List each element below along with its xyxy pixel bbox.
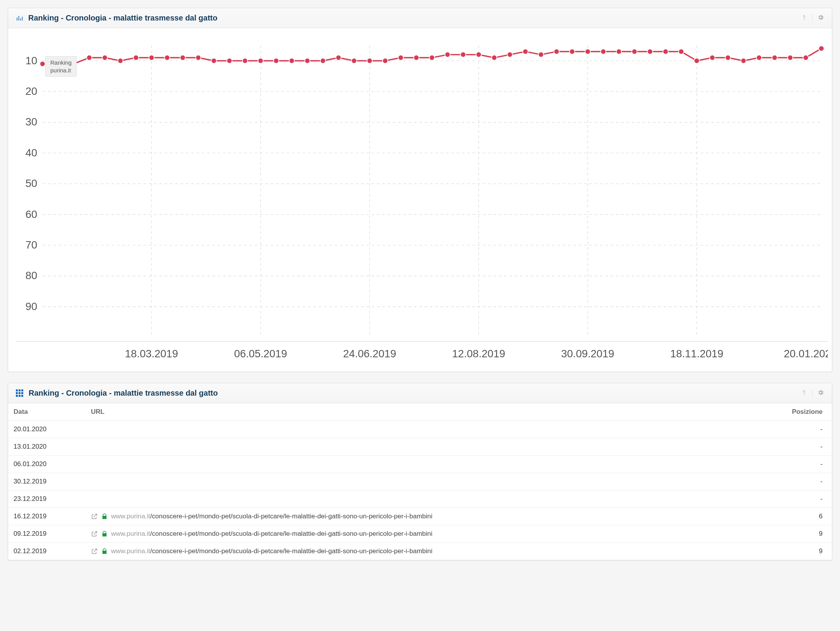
grid-icon: [16, 389, 23, 397]
svg-point-82: [787, 55, 793, 60]
table-row[interactable]: 23.12.2019-: [8, 490, 832, 508]
svg-text:50: 50: [26, 177, 38, 189]
svg-point-76: [694, 58, 700, 63]
gear-icon[interactable]: [817, 14, 824, 22]
divider: [812, 390, 813, 397]
bar-chart-icon: [16, 15, 23, 22]
svg-point-43: [180, 55, 185, 60]
svg-point-81: [772, 55, 777, 60]
cell-date: 23.12.2019: [8, 490, 86, 508]
svg-text:60: 60: [26, 208, 38, 220]
svg-point-38: [102, 55, 108, 60]
cell-position: 6: [747, 508, 832, 525]
external-link-icon[interactable]: [91, 530, 98, 537]
url-link[interactable]: www.purina.it/conoscere-i-pet/mondo-pet/…: [111, 530, 433, 538]
svg-point-46: [227, 58, 232, 63]
gear-icon[interactable]: [817, 389, 824, 397]
table-row[interactable]: 20.01.2020-: [8, 421, 832, 438]
svg-point-45: [211, 58, 217, 63]
svg-point-66: [538, 52, 544, 57]
svg-point-60: [445, 52, 450, 57]
svg-point-69: [585, 49, 590, 54]
svg-text:30.09.2019: 30.09.2019: [561, 348, 614, 360]
table-panel-header: Ranking - Cronologia - malattie trasmess…: [8, 383, 832, 403]
table-row[interactable]: 06.01.2020-: [8, 456, 832, 473]
ranking-line-chart[interactable]: 10203040506070809018.03.201906.05.201924…: [12, 32, 828, 364]
table-row[interactable]: 02.12.2019www.purina.it/conoscere-i-pet/…: [8, 543, 832, 560]
divider: [812, 15, 813, 22]
table-row[interactable]: 09.12.2019www.purina.it/conoscere-i-pet/…: [8, 525, 832, 543]
cell-url: www.purina.it/conoscere-i-pet/mondo-pet/…: [86, 525, 747, 543]
svg-point-56: [383, 58, 388, 63]
chart-title: Ranking - Cronologia - malattie trasmess…: [28, 14, 801, 22]
external-link-icon[interactable]: [91, 513, 98, 520]
svg-text:06.05.2019: 06.05.2019: [234, 348, 287, 360]
cell-date: 06.01.2020: [8, 456, 86, 473]
chart-body: 10203040506070809018.03.201906.05.201924…: [8, 28, 832, 372]
help-icon[interactable]: [801, 389, 807, 397]
svg-text:12.08.2019: 12.08.2019: [452, 348, 505, 360]
ranking-table: Data URL Posizione 20.01.2020-13.01.2020…: [8, 403, 832, 560]
cell-date: 02.12.2019: [8, 543, 86, 560]
cell-date: 30.12.2019: [8, 473, 86, 490]
svg-point-41: [149, 55, 154, 60]
chart-panel: Ranking - Cronologia - malattie trasmess…: [8, 8, 832, 372]
legend-line-1: Ranking: [50, 59, 72, 67]
svg-point-55: [367, 58, 372, 63]
svg-point-50: [289, 58, 294, 63]
lock-icon: [101, 548, 108, 555]
svg-point-57: [398, 55, 404, 60]
url-link[interactable]: www.purina.it/conoscere-i-pet/mondo-pet/…: [111, 547, 433, 555]
svg-point-61: [460, 52, 466, 57]
svg-point-85: [804, 394, 804, 394]
lock-icon: [101, 513, 108, 520]
url-link[interactable]: www.purina.it/conoscere-i-pet/mondo-pet/…: [111, 513, 433, 520]
svg-point-52: [320, 58, 326, 63]
cell-url: www.purina.it/conoscere-i-pet/mondo-pet/…: [86, 508, 747, 525]
svg-point-58: [414, 55, 419, 60]
col-pos[interactable]: Posizione: [747, 403, 832, 421]
svg-point-42: [164, 55, 170, 60]
table-row[interactable]: 13.01.2020-: [8, 438, 832, 456]
chart-legend: Ranking purina.it: [45, 56, 77, 77]
svg-point-65: [523, 49, 528, 54]
table-row[interactable]: 16.12.2019www.purina.it/conoscere-i-pet/…: [8, 508, 832, 525]
svg-point-77: [710, 55, 715, 60]
cell-position: -: [747, 456, 832, 473]
svg-text:18.11.2019: 18.11.2019: [670, 348, 723, 360]
table-title: Ranking - Cronologia - malattie trasmess…: [29, 389, 801, 398]
cell-url: [86, 456, 747, 473]
svg-point-54: [351, 58, 357, 63]
svg-point-59: [429, 55, 435, 60]
cell-position: -: [747, 490, 832, 508]
svg-point-78: [725, 55, 731, 60]
svg-point-70: [600, 49, 606, 54]
svg-point-53: [336, 55, 341, 60]
lock-icon: [101, 530, 108, 537]
svg-point-79: [741, 58, 746, 63]
table-header-row: Data URL Posizione: [8, 403, 832, 421]
help-icon[interactable]: [801, 14, 807, 22]
svg-point-44: [196, 55, 201, 60]
svg-point-74: [663, 49, 668, 54]
svg-point-63: [492, 55, 497, 60]
svg-point-0: [804, 19, 804, 19]
table-row[interactable]: 30.12.2019-: [8, 473, 832, 490]
svg-point-47: [242, 58, 248, 63]
svg-text:90: 90: [26, 300, 38, 312]
svg-point-84: [819, 46, 824, 51]
cell-url: [86, 421, 747, 438]
cell-position: 9: [747, 543, 832, 560]
svg-point-39: [118, 58, 123, 63]
col-date[interactable]: Data: [8, 403, 86, 421]
cell-url: www.purina.it/conoscere-i-pet/mondo-pet/…: [86, 543, 747, 560]
svg-point-34: [40, 61, 45, 67]
svg-point-64: [507, 52, 513, 57]
external-link-icon[interactable]: [91, 548, 98, 555]
svg-text:18.03.2019: 18.03.2019: [125, 348, 178, 360]
svg-text:70: 70: [26, 239, 38, 251]
svg-point-80: [756, 55, 762, 60]
col-url[interactable]: URL: [86, 403, 747, 421]
svg-point-37: [87, 55, 92, 60]
cell-url: [86, 438, 747, 456]
